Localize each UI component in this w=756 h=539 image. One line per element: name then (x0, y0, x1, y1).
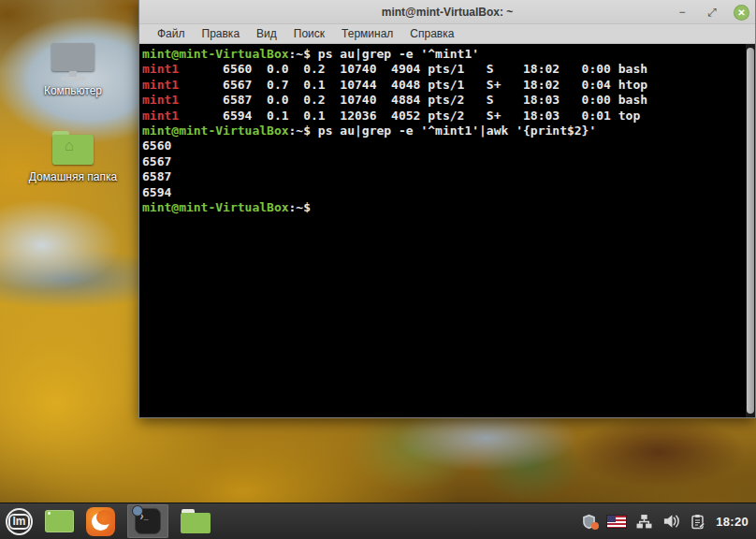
terminal-icon: ❯_ (135, 508, 161, 534)
firewall-shield-icon[interactable] (581, 514, 597, 530)
folder-icon (181, 509, 211, 533)
home-folder-icon: ⌂ (49, 127, 97, 168)
notification-dot (591, 522, 599, 530)
menu-help[interactable]: Справка (402, 25, 461, 42)
terminal-taskbar-button[interactable]: ❯_ (127, 504, 168, 538)
desktop-icon-label: Компьютер (21, 84, 125, 97)
files-launcher[interactable] (181, 503, 211, 539)
terminal-output: mint@mint-VirtualBox:~$ ps au|grep -e '^… (142, 47, 744, 215)
firefox-launcher[interactable] (86, 503, 115, 539)
clock[interactable]: 18:20 (716, 515, 749, 529)
show-desktop-button[interactable] (45, 503, 74, 539)
minimize-button[interactable]: − (674, 4, 691, 21)
desktop-icon-home-folder[interactable]: ⌂ Домашняя папка (21, 127, 125, 183)
close-button[interactable]: ✕ (734, 5, 749, 21)
menu-edit[interactable]: Правка (195, 25, 248, 42)
network-icon[interactable] (636, 514, 652, 530)
volume-icon[interactable] (662, 514, 680, 529)
titlebar[interactable]: mint@mint-VirtualBox: ~ − ⤢ ✕ (139, 0, 755, 24)
house-glyph: ⌂ (49, 137, 90, 155)
firefox-icon (86, 507, 115, 536)
maximize-button[interactable]: ⤢ (704, 4, 720, 21)
menubar: Файл Правка Вид Поиск Терминал Справка (139, 24, 755, 44)
mint-menu-button[interactable]: lm (6, 503, 33, 539)
desktop-icon-label: Домашняя папка (21, 170, 125, 183)
desktop: Компьютер ⌂ Домашняя папка mint@mint-Vir… (0, 0, 756, 539)
menu-terminal[interactable]: Терминал (334, 25, 400, 42)
menu-search[interactable]: Поиск (286, 25, 332, 42)
keyboard-layout-us-flag-icon[interactable] (607, 516, 626, 528)
terminal-badge (133, 506, 142, 516)
terminal-screen[interactable]: mint@mint-VirtualBox:~$ ps au|grep -e '^… (139, 44, 755, 417)
desktop-icon-computer[interactable]: Компьютер (21, 41, 125, 97)
menu-view[interactable]: Вид (249, 25, 284, 42)
window-title: mint@mint-VirtualBox: ~ (139, 6, 755, 19)
menu-file[interactable]: Файл (150, 25, 193, 42)
computer-icon (49, 41, 97, 82)
mint-logo-icon: lm (6, 508, 33, 535)
clipboard-icon[interactable] (691, 514, 705, 530)
taskbar: lm ❯_ (0, 503, 756, 539)
show-desktop-icon (45, 510, 74, 532)
scrollbar-thumb[interactable] (747, 48, 754, 414)
terminal-window: mint@mint-VirtualBox: ~ − ⤢ ✕ Файл Правк… (138, 0, 756, 418)
terminal-scrollbar[interactable] (746, 44, 755, 417)
